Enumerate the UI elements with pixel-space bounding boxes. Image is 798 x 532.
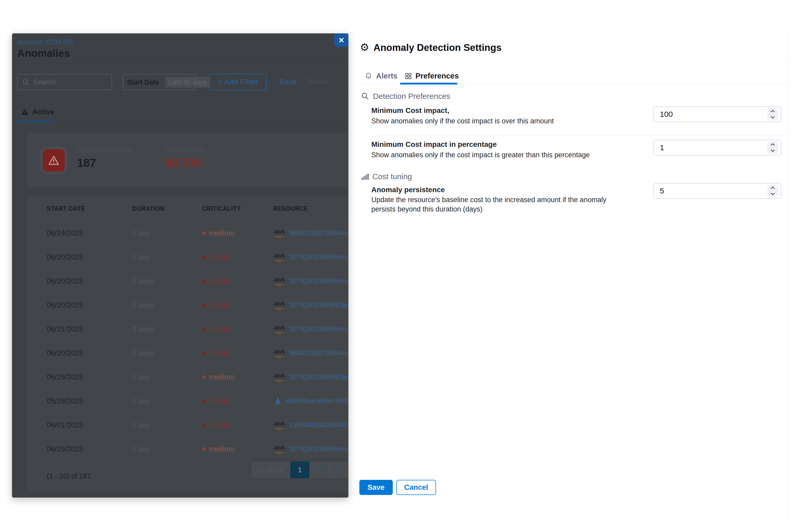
search-input-box[interactable] (17, 74, 112, 90)
cell-resource: aws 868001352780/Amazon (273, 229, 348, 238)
sort-icon[interactable] (88, 206, 92, 211)
add-filter-button[interactable]: + Add Filter (209, 74, 267, 90)
cell-criticality: medium (202, 229, 273, 237)
section-detection-preferences: Detection Preferences (361, 92, 450, 101)
number-stepper[interactable] (767, 141, 778, 154)
search-input[interactable] (33, 78, 108, 86)
cell-criticality: critical (202, 421, 273, 429)
min-cost-percentage-label: Minimum Cost impact in percentage (372, 140, 497, 149)
pagination: ← Prev 123 (251, 461, 348, 478)
active-anomalies-label: Active Anomalies (77, 146, 132, 154)
resource-link[interactable]: 357919113896/Elastic Li (289, 373, 348, 381)
settings-title: Anomaly Detection Settings (374, 42, 501, 53)
tab-archived-ignored[interactable]: Archived/Ignored (115, 103, 187, 120)
criticality-dot (202, 423, 206, 426)
table-header-row: START DATE DURATION CRITICALITY RESOURCE (27, 196, 348, 221)
tab-resolved[interactable]: Resolved (64, 103, 108, 120)
cell-resource: aws 357919113896/Elastic Lo (273, 301, 348, 309)
save-button[interactable]: Save (359, 480, 393, 495)
resource-link[interactable]: 357919113896/Amazon (289, 325, 348, 333)
anomaly-persistence-input[interactable] (653, 184, 767, 198)
tabs-divider-top (12, 96, 348, 96)
resource-link[interactable]: a9999bcd-e999-999f-g (286, 397, 348, 405)
min-cost-percentage-input[interactable] (653, 140, 767, 155)
save-filter-link[interactable]: Save (280, 78, 297, 86)
close-icon: ✕ (338, 36, 344, 44)
table-row[interactable]: 05/28/2025 1 day critical aws a9999bcd-e… (27, 389, 348, 413)
sort-icon[interactable] (244, 206, 248, 211)
resource-link[interactable]: 868001352780/Amazon (289, 229, 348, 237)
resource-link[interactable]: 357919113896/Amazon (289, 445, 348, 453)
table-row[interactable]: 06/01/2025 1 day critical aws 1589349290… (27, 413, 348, 437)
resource-link[interactable]: 357919113896/Amazon (289, 277, 348, 285)
tabs-divider (360, 84, 787, 85)
table-row[interactable]: 06/20/2025 5 days critical aws 357919113… (27, 293, 348, 317)
table-row[interactable]: 06/20/2025 5 days critical aws 868001352… (27, 341, 348, 365)
prev-page-button[interactable]: ← Prev (251, 461, 290, 478)
tab-alerts[interactable]: Alerts (365, 70, 397, 82)
active-anomalies-value: 187 (77, 156, 96, 170)
cell-duration: 1 day (132, 229, 202, 237)
cell-resource: aws 868001352780/Amazon (273, 349, 348, 358)
resource-link[interactable]: 158934929029/AWS Co (289, 421, 348, 429)
cell-criticality: critical (202, 325, 273, 333)
close-button[interactable]: ✕ (334, 33, 348, 47)
number-stepper[interactable] (767, 108, 778, 120)
start-date-value[interactable]: Last 30 days (165, 77, 210, 88)
cell-criticality: medium (202, 445, 273, 453)
tab-active[interactable]: Active (21, 103, 54, 120)
section-cost-tuning: Cost tuning (361, 172, 412, 181)
page-button-3[interactable]: 3 (329, 461, 348, 478)
chevron-up-icon[interactable] (767, 108, 778, 114)
warning-triangle-icon (48, 154, 60, 166)
azure-icon (273, 397, 282, 405)
table-body: 06/24/2025 1 day medium aws 868001352780… (27, 221, 348, 461)
title-divider (360, 59, 787, 59)
col-duration[interactable]: DURATION (132, 205, 202, 212)
chevron-up-icon[interactable] (767, 185, 778, 191)
drawer-edge-line (787, 31, 788, 519)
chevron-down-icon[interactable] (767, 114, 778, 121)
min-cost-impact-input[interactable] (653, 107, 767, 121)
sort-icon[interactable] (168, 206, 171, 211)
cell-duration: 1 day (132, 445, 202, 453)
aws-icon: aws (273, 445, 286, 454)
resource-link[interactable]: 357919113896/Amazon (289, 253, 348, 261)
cell-duration: 1 day (132, 421, 202, 429)
criticality-dot (202, 375, 206, 379)
preferences-grid-icon (405, 73, 412, 79)
cancel-button[interactable]: Cancel (396, 480, 436, 495)
criticality-dot (202, 279, 206, 283)
table-row[interactable]: 06/20/2025 1 day critical aws 3579191138… (27, 245, 348, 269)
resource-link[interactable]: 868001352780/Amazon (289, 349, 348, 357)
col-criticality[interactable]: CRITICALITY (202, 205, 273, 212)
table-row[interactable]: 06/25/2025 1 day medium aws 357919113896… (27, 437, 348, 461)
anomaly-alert-badge (43, 149, 65, 172)
account-breadcrumb[interactable]: Account: CCM-NG (17, 38, 73, 46)
cell-resource: aws 357919113896/Amazon (273, 325, 348, 334)
table-row[interactable]: 06/25/2025 1 day medium aws 357919113896… (27, 365, 348, 389)
tab-preferences[interactable]: Preferences (405, 70, 459, 82)
start-date-filter[interactable]: Start Date Last 30 days (123, 74, 196, 90)
chevron-down-icon[interactable] (767, 191, 778, 197)
number-stepper[interactable] (767, 185, 778, 197)
tab-active-label: Active (32, 108, 54, 116)
chevron-up-icon[interactable] (767, 141, 778, 148)
page-button-1[interactable]: 1 (290, 461, 309, 478)
cost-impact-label: Cost Impact (166, 146, 205, 154)
tab-alerts-label: Alerts (376, 72, 397, 80)
cell-duration: 1 day (132, 373, 202, 381)
chevron-down-icon[interactable] (767, 148, 778, 154)
cell-start-date: 06/20/2025 (47, 349, 132, 357)
cell-resource: aws 357919113896/Amazon (273, 277, 348, 286)
col-start-date[interactable]: START DATE (47, 205, 132, 212)
reset-filter-link: Reset (308, 78, 327, 86)
table-row[interactable]: 06/21/2025 4 days critical aws 357919113… (27, 317, 348, 341)
aws-icon: aws (273, 421, 286, 430)
page-button-2[interactable]: 2 (309, 461, 329, 478)
table-row[interactable]: 06/24/2025 1 day medium aws 868001352780… (27, 221, 348, 245)
cell-resource: aws 158934929029/AWS Co (273, 421, 348, 430)
table-row[interactable]: 06/20/2025 5 days critical aws 357919113… (27, 269, 348, 293)
cell-duration: 5 days (132, 277, 202, 285)
resource-link[interactable]: 357919113896/Elastic Lo (289, 301, 348, 309)
